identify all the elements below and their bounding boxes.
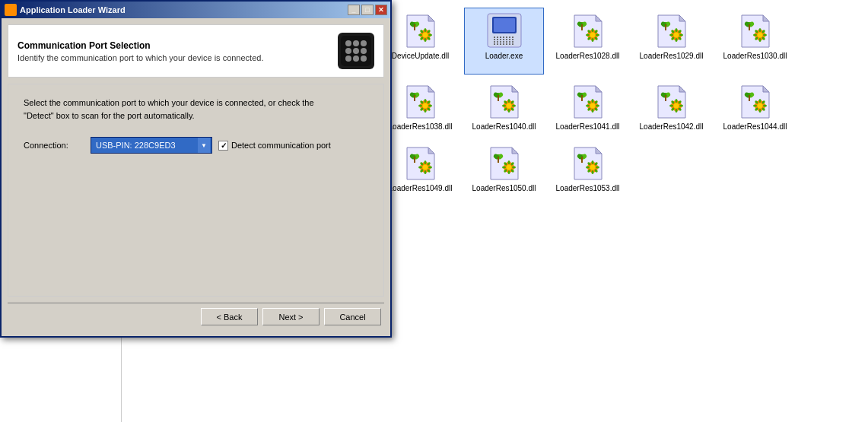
file-item[interactable]: LoaderRes1053.dll <box>548 140 628 198</box>
file-label: LoaderRes1053.dll <box>556 184 620 193</box>
file-item[interactable]: LoaderRes1040.dll <box>464 78 544 136</box>
description-line2: "Detect" box to scan for the port automa… <box>24 111 195 120</box>
svg-point-288 <box>512 105 516 107</box>
file-item[interactable]: LoaderRes1038.dll <box>380 78 460 136</box>
titlebar-controls: _ □ ✕ <box>348 5 387 15</box>
file-item[interactable]: Loader.exe <box>464 8 544 75</box>
svg-rect-179 <box>749 24 750 30</box>
svg-rect-299 <box>498 95 499 101</box>
svg-rect-517 <box>11 6 14 9</box>
file-item[interactable]: LoaderRes1044.dll <box>715 78 795 136</box>
wizard-description: Select the communication port to which y… <box>24 97 368 122</box>
svg-rect-102 <box>497 43 498 45</box>
file-label: LoaderRes1029.dll <box>640 52 704 61</box>
wizard-heading: Communication Port Selection <box>17 40 263 51</box>
svg-point-360 <box>763 105 767 107</box>
detect-checkbox[interactable]: ✓ <box>218 141 228 151</box>
minimize-button[interactable]: _ <box>348 5 360 15</box>
file-label: LoaderRes1041.dll <box>556 122 620 132</box>
svg-point-122 <box>591 38 593 42</box>
svg-point-458 <box>424 170 426 174</box>
dropdown-arrow-icon[interactable]: ▼ <box>198 138 210 153</box>
svg-point-510 <box>591 160 593 164</box>
svg-rect-95 <box>497 41 498 43</box>
svg-point-460 <box>418 167 422 169</box>
svg-rect-91 <box>506 39 507 40</box>
file-item[interactable]: LoaderRes1042.dll <box>631 78 711 136</box>
svg-marker-133 <box>679 15 685 21</box>
wizard-subtext: Identify the communication port to which… <box>17 53 263 62</box>
wizard-footer: < Back Next > Cancel <box>8 303 384 330</box>
titlebar-title: Application Loader Wizard <box>20 5 126 14</box>
svg-rect-87 <box>494 39 495 40</box>
svg-rect-347 <box>665 95 666 101</box>
file-item[interactable]: LoaderRes1041.dll <box>548 78 628 136</box>
connection-select[interactable]: USB-PIN: 228C9ED3 ▼ <box>91 137 212 154</box>
svg-rect-89 <box>500 39 501 40</box>
svg-point-292 <box>502 105 506 107</box>
close-button[interactable]: ✕ <box>375 5 387 15</box>
file-icon-dll <box>737 12 774 49</box>
svg-rect-79 <box>494 18 515 32</box>
svg-marker-445 <box>428 148 434 154</box>
svg-point-495 <box>590 165 595 170</box>
svg-point-124 <box>586 34 590 36</box>
svg-point-316 <box>586 105 590 107</box>
svg-point-484 <box>502 167 506 169</box>
file-label: Loader.exe <box>485 52 523 61</box>
file-label: LoaderRes1050.dll <box>472 184 536 193</box>
svg-rect-155 <box>665 24 666 30</box>
svg-point-523 <box>361 40 367 46</box>
svg-point-486 <box>507 160 510 164</box>
file-item[interactable]: LoaderRes1049.dll <box>380 140 460 198</box>
svg-point-65 <box>428 34 432 36</box>
svg-point-336 <box>679 105 683 107</box>
wizard-body: Communication Port Selection Identify th… <box>2 18 390 336</box>
file-item[interactable]: LoaderRes1029.dll <box>631 8 711 75</box>
svg-marker-325 <box>679 86 685 92</box>
svg-point-264 <box>428 105 432 107</box>
svg-point-146 <box>675 38 677 42</box>
file-label: LoaderRes1038.dll <box>389 122 453 132</box>
app-icon <box>5 4 17 16</box>
file-item[interactable]: LoaderRes1030.dll <box>715 8 795 75</box>
file-label: LoaderRes1030.dll <box>723 52 787 61</box>
svg-rect-105 <box>506 43 507 45</box>
svg-point-462 <box>424 160 426 164</box>
connection-label: Connection: <box>24 141 84 150</box>
back-button[interactable]: < Back <box>201 308 258 325</box>
svg-point-338 <box>675 109 677 113</box>
file-item[interactable]: LoaderRes1050.dll <box>464 140 544 198</box>
file-item[interactable]: LoaderRes1028.dll <box>548 8 628 75</box>
svg-point-362 <box>758 109 761 113</box>
svg-point-270 <box>424 99 426 103</box>
wizard-header-section: Communication Port Selection Identify th… <box>8 24 384 78</box>
svg-marker-301 <box>596 86 602 92</box>
svg-point-318 <box>591 99 593 103</box>
svg-point-150 <box>675 28 677 32</box>
svg-point-172 <box>753 34 757 36</box>
wizard-content: Select the communication port to which y… <box>8 84 384 297</box>
file-label: LoaderRes1049.dll <box>389 184 453 193</box>
file-icon-dll <box>402 144 439 181</box>
file-icon-dll <box>737 83 774 119</box>
svg-marker-469 <box>512 148 518 154</box>
svg-marker-253 <box>428 86 434 92</box>
file-item[interactable]: DeviceUpdate.dll <box>380 8 460 75</box>
file-icon-dll <box>570 144 606 181</box>
file-label: LoaderRes1040.dll <box>472 122 536 132</box>
cancel-button[interactable]: Cancel <box>324 308 381 325</box>
svg-rect-94 <box>494 41 495 43</box>
maximize-button[interactable]: □ <box>361 5 374 15</box>
svg-point-148 <box>669 34 673 36</box>
svg-point-266 <box>424 109 426 113</box>
svg-rect-467 <box>414 157 415 163</box>
svg-marker-109 <box>596 15 602 21</box>
svg-point-364 <box>753 105 757 107</box>
svg-point-135 <box>673 33 679 38</box>
svg-point-56 <box>422 33 428 38</box>
svg-point-480 <box>512 167 516 169</box>
svg-point-126 <box>591 28 593 32</box>
next-button[interactable]: Next > <box>262 308 320 325</box>
svg-rect-131 <box>581 24 583 30</box>
